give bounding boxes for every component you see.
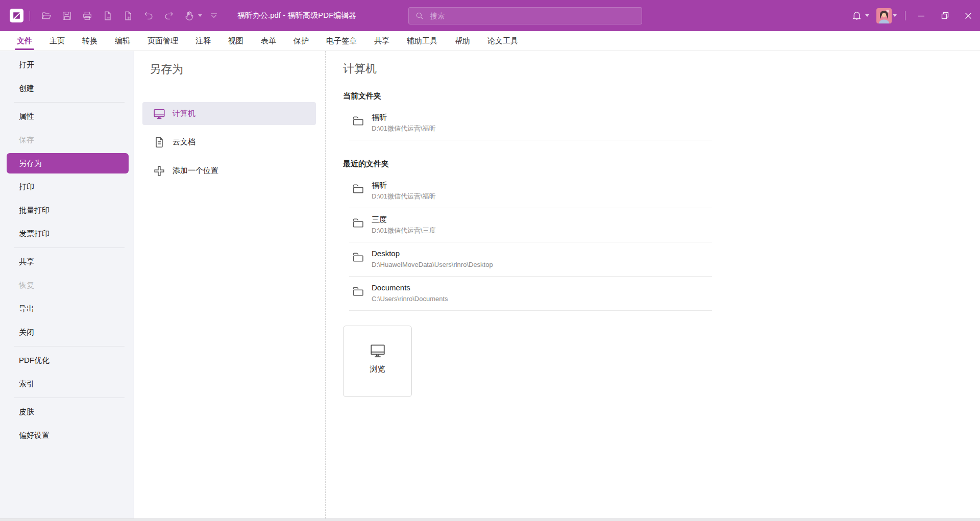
foxit-logo-glyph bbox=[12, 11, 21, 20]
title-bar: 福昕办公.pdf - 福昕高级PDF编辑器 bbox=[0, 0, 980, 31]
folder-path: C:\Users\rinro\Documents bbox=[372, 294, 448, 304]
tab-share[interactable]: 共享 bbox=[365, 31, 398, 51]
tab-view[interactable]: 视图 bbox=[219, 31, 252, 51]
notifications-dropdown[interactable] bbox=[865, 14, 869, 17]
restore-icon bbox=[941, 12, 949, 19]
folder-path: D:\HuaweiMoveData\Users\rinro\Desktop bbox=[372, 260, 493, 270]
tab-edit[interactable]: 编辑 bbox=[106, 31, 139, 51]
delete-page-button[interactable] bbox=[97, 6, 118, 26]
save-as-panel: 另存为 计算机 云文档 添加一个位置 bbox=[134, 51, 326, 518]
divider bbox=[14, 398, 125, 398]
tab-help[interactable]: 帮助 bbox=[446, 31, 479, 51]
insert-page-button[interactable] bbox=[118, 6, 138, 26]
folder-row-sandu[interactable]: 三度 D:\01微信代运营\三度 bbox=[349, 208, 712, 242]
place-label: 计算机 bbox=[173, 109, 195, 118]
tab-accessibility[interactable]: 辅助工具 bbox=[398, 31, 446, 51]
redo-button[interactable] bbox=[159, 6, 179, 26]
sidebar-item-skin[interactable]: 皮肤 bbox=[0, 400, 134, 424]
search-input[interactable] bbox=[429, 11, 635, 20]
place-label: 云文档 bbox=[173, 137, 195, 147]
folder-text: 福昕 D:\01微信代运营\福昕 bbox=[372, 112, 436, 134]
sidebar-item-close[interactable]: 关闭 bbox=[0, 320, 134, 344]
undo-icon bbox=[143, 10, 154, 21]
place-add-location[interactable]: 添加一个位置 bbox=[142, 159, 316, 182]
tab-esign[interactable]: 电子签章 bbox=[317, 31, 365, 51]
folder-path: D:\01微信代运营\三度 bbox=[372, 226, 436, 236]
titlebar-right bbox=[849, 0, 980, 31]
panel-title: 另存为 bbox=[150, 61, 316, 78]
browse-label: 浏览 bbox=[370, 364, 385, 374]
sidebar-item-invoice-print[interactable]: 发票打印 bbox=[0, 222, 134, 245]
folder-name: Documents bbox=[372, 282, 448, 293]
folder-icon bbox=[351, 114, 365, 128]
sidebar-item-open[interactable]: 打开 bbox=[0, 53, 134, 77]
divider bbox=[14, 102, 125, 103]
caret-down-icon bbox=[198, 14, 202, 17]
save-button[interactable] bbox=[57, 6, 77, 26]
sidebar-item-index[interactable]: 索引 bbox=[0, 372, 134, 395]
print-button[interactable] bbox=[77, 6, 97, 26]
print-icon bbox=[82, 10, 93, 21]
search-box[interactable] bbox=[408, 7, 642, 24]
close-button[interactable] bbox=[957, 0, 980, 31]
restore-button[interactable] bbox=[933, 0, 957, 31]
open-folder-icon bbox=[41, 10, 52, 21]
window-bottom-edge bbox=[0, 518, 980, 521]
folder-row-fuxin[interactable]: 福昕 D:\01微信代运营\福昕 bbox=[349, 174, 712, 208]
tab-form[interactable]: 表单 bbox=[252, 31, 285, 51]
folder-row-current-fuxin[interactable]: 福昕 D:\01微信代运营\福昕 bbox=[349, 106, 712, 140]
bell-icon bbox=[851, 10, 862, 21]
folder-name: 福昕 bbox=[372, 180, 436, 190]
computer-panel: 计算机 当前文件夹 福昕 D:\01微信代运营\福昕 最近的文件夹 福昕 D:\… bbox=[326, 51, 980, 518]
notifications-button[interactable] bbox=[849, 6, 864, 26]
sidebar-item-save-as[interactable]: 另存为 bbox=[7, 153, 129, 173]
sidebar-item-preferences[interactable]: 偏好设置 bbox=[0, 424, 134, 447]
tab-organize[interactable]: 页面管理 bbox=[139, 31, 187, 51]
minimize-icon bbox=[918, 12, 925, 19]
tab-paper-tools[interactable]: 论文工具 bbox=[479, 31, 527, 51]
tab-home[interactable]: 主页 bbox=[41, 31, 74, 51]
foxit-logo[interactable] bbox=[10, 9, 23, 22]
place-cloud-documents[interactable]: 云文档 bbox=[142, 131, 316, 154]
folder-name: 三度 bbox=[372, 214, 436, 225]
account-dropdown[interactable] bbox=[893, 14, 897, 17]
folder-text: Documents C:\Users\rinro\Documents bbox=[372, 282, 448, 304]
sidebar-item-create[interactable]: 创建 bbox=[0, 77, 134, 100]
hand-tool-dropdown[interactable] bbox=[197, 6, 204, 26]
folder-icon bbox=[351, 250, 365, 264]
close-icon bbox=[965, 12, 972, 19]
sidebar-item-batch-print[interactable]: 批量打印 bbox=[0, 199, 134, 222]
folder-text: Desktop D:\HuaweiMoveData\Users\rinro\De… bbox=[372, 248, 493, 270]
cloud-document-icon bbox=[153, 136, 166, 149]
plus-icon bbox=[153, 164, 166, 178]
browse-button[interactable]: 浏览 bbox=[343, 326, 412, 397]
folder-row-documents[interactable]: Documents C:\Users\rinro\Documents bbox=[349, 277, 712, 311]
tab-comment[interactable]: 注释 bbox=[187, 31, 219, 51]
minimize-button[interactable] bbox=[910, 0, 933, 31]
tab-convert[interactable]: 转换 bbox=[74, 31, 106, 51]
undo-button[interactable] bbox=[138, 6, 159, 26]
collapse-toolbar-button[interactable] bbox=[204, 6, 224, 26]
sidebar-item-pdf-optimize[interactable]: PDF优化 bbox=[0, 349, 134, 372]
collapse-toolbar-icon bbox=[208, 10, 219, 21]
sidebar-item-revert: 恢复 bbox=[0, 274, 134, 297]
computer-icon bbox=[369, 342, 386, 359]
folder-row-desktop[interactable]: Desktop D:\HuaweiMoveData\Users\rinro\De… bbox=[349, 242, 712, 277]
redo-icon bbox=[163, 10, 175, 21]
sidebar-item-share[interactable]: 共享 bbox=[0, 250, 134, 274]
place-computer[interactable]: 计算机 bbox=[142, 102, 316, 125]
sidebar-item-properties[interactable]: 属性 bbox=[0, 105, 134, 128]
backstage-view: 打开 创建 属性 保存 另存为 打印 批量打印 发票打印 共享 恢复 导出 关闭… bbox=[0, 51, 980, 518]
tab-file[interactable]: 文件 bbox=[8, 31, 41, 51]
folder-name: 福昕 bbox=[372, 112, 436, 122]
avatar[interactable] bbox=[876, 8, 892, 23]
sidebar-item-export[interactable]: 导出 bbox=[0, 297, 134, 320]
folder-path: D:\01微信代运营\福昕 bbox=[372, 191, 436, 202]
open-button[interactable] bbox=[36, 6, 57, 26]
computer-icon bbox=[153, 107, 166, 120]
tab-protect[interactable]: 保护 bbox=[285, 31, 317, 51]
divider bbox=[14, 346, 125, 346]
folder-icon bbox=[351, 284, 365, 298]
caret-down-icon bbox=[865, 14, 869, 17]
sidebar-item-print[interactable]: 打印 bbox=[0, 175, 134, 199]
